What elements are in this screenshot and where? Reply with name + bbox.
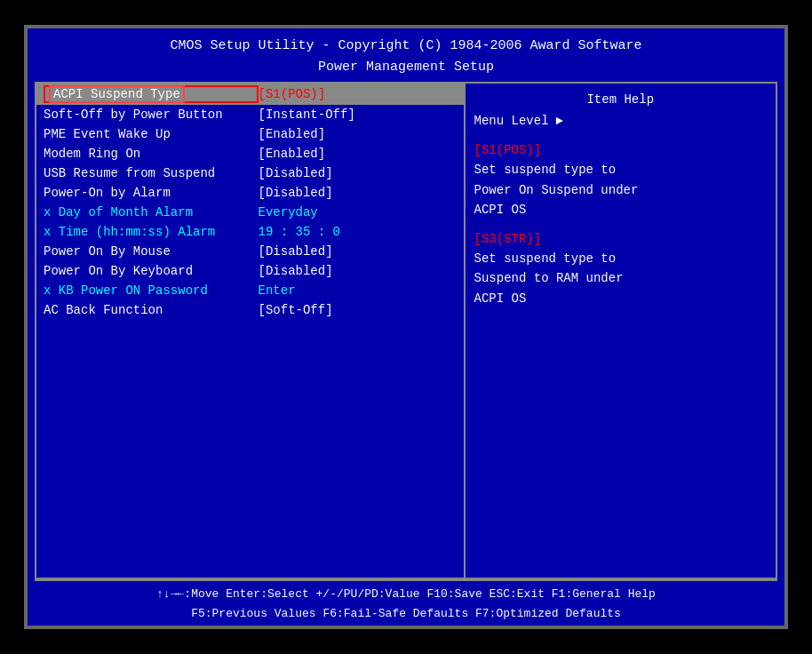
menu-row-label: Power On By Mouse: [44, 244, 259, 259]
help-section-line: Set suspend type to: [474, 249, 767, 268]
menu-row[interactable]: Modem Ring On[Enabled]: [36, 144, 464, 164]
help-section-line: Suspend to RAM under: [474, 268, 767, 288]
menu-row[interactable]: Power On By Keyboard[Disabled]: [36, 261, 464, 281]
menu-row-value: [Soft-Off]: [259, 303, 333, 317]
menu-row-value: [Disabled]: [259, 264, 333, 278]
menu-row-label: USB Resume from Suspend: [44, 166, 259, 180]
menu-row-label: Modem Ring On: [44, 147, 259, 161]
help-sections: [S1(POS)]Set suspend type toPower On Sus…: [474, 140, 767, 308]
menu-row[interactable]: Power-On by Alarm[Disabled]: [36, 183, 464, 203]
menu-row-label: Power-On by Alarm: [44, 186, 259, 200]
menu-row-label: x KB Power ON Password: [44, 283, 259, 298]
menu-row-value: Everyday: [259, 205, 318, 219]
menu-row[interactable]: x KB Power ON PasswordEnter: [36, 281, 464, 300]
menu-row-value: [Disabled]: [259, 186, 333, 200]
bios-screen: CMOS Setup Utility - Copyright (C) 1984-…: [24, 25, 788, 629]
help-section-line: ACPI OS: [474, 289, 767, 308]
menu-level-row: Menu Level ►: [474, 114, 767, 128]
menu-row-value: Enter: [259, 283, 296, 298]
header-line2: Power Management Setup: [28, 57, 784, 78]
menu-row[interactable]: AC Back Function[Soft-Off]: [36, 300, 464, 320]
menu-row-label: Power On By Keyboard: [44, 264, 259, 278]
help-section-line: ACPI OS: [474, 200, 767, 219]
menu-row[interactable]: USB Resume from Suspend[Disabled]: [36, 164, 464, 183]
menu-row-label: ACPI Suspend Type: [44, 85, 259, 103]
header: CMOS Setup Utility - Copyright (C) 1984-…: [28, 28, 784, 82]
menu-row[interactable]: ACPI Suspend Type[S1(POS)]: [36, 84, 464, 105]
menu-row[interactable]: x Day of Month AlarmEveryday: [36, 203, 464, 222]
menu-level-label: Menu Level: [474, 114, 549, 128]
menu-row-label: x Day of Month Alarm: [44, 205, 259, 219]
item-help-title: Item Help: [474, 89, 767, 114]
menu-row[interactable]: Power On By Mouse[Disabled]: [36, 242, 464, 261]
menu-row-value: 19 : 35 : 0: [259, 225, 340, 239]
help-section: [S3(STR)]Set suspend type toSuspend to R…: [474, 229, 767, 309]
footer-line1: ↑↓→←:Move Enter:Select +/-/PU/PD:Value F…: [35, 585, 777, 604]
menu-row-value: [Disabled]: [259, 166, 333, 180]
menu-row[interactable]: PME Event Wake Up[Enabled]: [36, 124, 464, 144]
right-panel: Item Help Menu Level ► [S1(POS)]Set susp…: [466, 84, 776, 578]
menu-row-value: [Disabled]: [259, 244, 333, 259]
footer: ↑↓→←:Move Enter:Select +/-/PU/PD:Value F…: [35, 579, 777, 626]
footer-line2: F5:Previous Values F6:Fail-Safe Defaults…: [35, 604, 777, 624]
menu-row-label: x Time (hh:mm:ss) Alarm: [44, 225, 259, 239]
arrow-right-icon: ►: [556, 114, 563, 128]
header-line1: CMOS Setup Utility - Copyright (C) 1984-…: [28, 36, 784, 57]
help-section-title: [S3(STR)]: [474, 229, 767, 249]
menu-row-value: [S1(POS)]: [259, 87, 326, 101]
menu-row-value: [Enabled]: [259, 147, 326, 161]
menu-row-value: [Enabled]: [259, 127, 326, 141]
menu-row-value: [Instant-Off]: [259, 108, 355, 122]
help-section-title: [S1(POS)]: [474, 140, 767, 160]
menu-row-label: PME Event Wake Up: [44, 127, 259, 141]
left-panel: ACPI Suspend Type[S1(POS)]Soft-Off by Po…: [36, 84, 466, 578]
menu-row[interactable]: x Time (hh:mm:ss) Alarm19 : 35 : 0: [36, 222, 464, 242]
help-section-line: Power On Suspend under: [474, 180, 767, 200]
help-section: [S1(POS)]Set suspend type toPower On Sus…: [474, 140, 767, 220]
main-area: ACPI Suspend Type[S1(POS)]Soft-Off by Po…: [35, 82, 777, 579]
menu-row-label: AC Back Function: [44, 303, 259, 317]
help-section-line: Set suspend type to: [474, 160, 767, 179]
menu-row-label: Soft-Off by Power Button: [44, 108, 259, 122]
menu-row[interactable]: Soft-Off by Power Button[Instant-Off]: [36, 105, 464, 124]
